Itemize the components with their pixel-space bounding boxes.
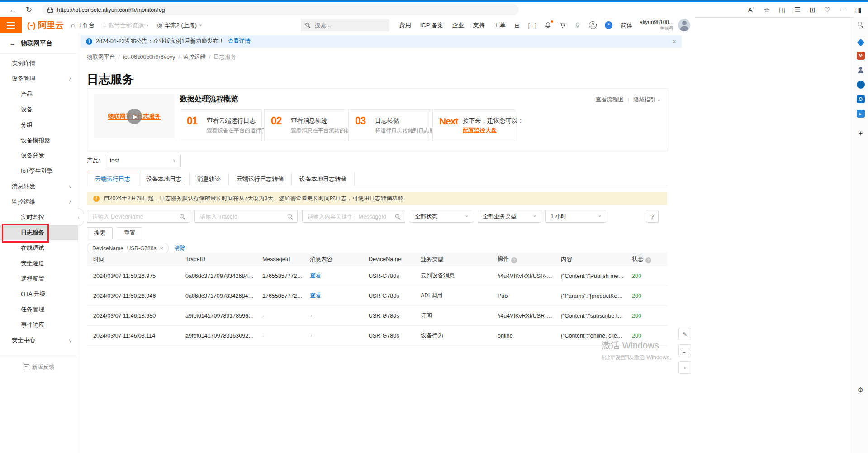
console-search[interactable] [301,19,389,31]
sidebar-panel-icon[interactable]: ◨ [855,6,862,13]
sidebar-item-在线调试[interactable]: 在线调试 [0,240,78,256]
copilot-icon[interactable]: ⊞ [810,6,816,13]
products-menu-button[interactable] [0,17,22,33]
sidebar-item-OTA 升级[interactable]: OTA 升级 [0,286,78,302]
more-icon[interactable]: ⋯ [840,6,846,13]
reset-button[interactable]: 重置 [117,227,142,239]
back-arrow-icon[interactable]: ← [9,39,16,48]
flow-step-01[interactable]: 01查看云端运行日志查看设备在平台的运行日志 [180,109,262,141]
clear-filters-link[interactable]: 清除 [174,244,185,252]
product-select[interactable]: test∨ [105,154,181,167]
edit-pencil-icon[interactable]: ✎ [678,328,691,340]
cell-消息内容[interactable]: 查看 [304,272,362,280]
region-select[interactable]: ◎ 华东2 (上海)∨ [157,21,202,29]
collections-icon[interactable]: ☰ [794,6,800,13]
community-icon[interactable]: * [605,21,612,29]
outlook-icon[interactable]: O [857,95,865,103]
split-screen-icon[interactable]: ◫ [779,6,785,13]
topnav-link-2[interactable]: 企业 [452,21,464,29]
search-icon[interactable] [180,214,186,220]
breadcrumb-item-1[interactable]: iot-06z00c0h9r6voyy [123,54,175,60]
sidebar-item-事件响应[interactable]: 事件响应 [0,317,78,333]
remove-tag-icon[interactable]: × [160,245,163,252]
feedback-button[interactable]: 新版反馈 [0,358,78,376]
video-thumbnail[interactable]: 物联网平台日志服务 ▶ [94,94,175,138]
tools-icon[interactable]: ⚒ [857,52,865,60]
lightbulb-icon[interactable] [574,22,581,29]
favorite-star-icon[interactable]: ☆ [764,6,770,13]
flow-diagram-link[interactable]: 查看流程图 [595,96,624,104]
share-icon[interactable]: ▸ [857,110,865,118]
sidebar-item-分组[interactable]: 分组 [0,117,78,133]
add-icon[interactable]: + [857,129,865,138]
help-icon[interactable]: ? [589,21,597,29]
filter-input-field-0[interactable] [91,210,179,223]
sidebar-item-设备分发[interactable]: 设备分发 [0,148,78,163]
tab-消息轨迹[interactable]: 消息轨迹 [190,172,229,186]
cell-消息内容[interactable]: 查看 [304,292,362,300]
tab-设备本地日志[interactable]: 设备本地日志 [138,172,190,186]
column-help-icon[interactable]: ? [511,257,517,263]
flow-step-03[interactable]: 03日志转储将运行日志转储到日志服务中 [348,109,430,141]
sidebar-item-安全中心[interactable]: 安全中心∨ [0,333,78,348]
topnav-link-3[interactable]: 支持 [473,21,485,29]
close-icon[interactable]: × [672,38,676,45]
expand-chevron-icon[interactable]: › [678,361,691,374]
sidebar-item-日志服务[interactable]: 日志服务 [0,225,78,240]
console-search-input[interactable] [314,22,375,29]
sidebar-item-远程配置[interactable]: 远程配置 [0,271,78,286]
breadcrumb-item-0[interactable]: 物联网平台 [87,54,115,60]
sidebar-item-产品[interactable]: 产品 [0,86,78,102]
feedback-chat-icon[interactable] [678,344,691,357]
microsoft365-icon[interactable] [857,81,865,89]
configure-dashboard-link[interactable]: 配置监控大盘 [463,127,497,134]
filter-select-2[interactable]: 1 小时∨ [545,210,606,223]
sidebar-item-安全隧道[interactable]: 安全隧道 [0,256,78,271]
tab-设备本地日志转储[interactable]: 设备本地日志转储 [292,172,355,186]
announcement-detail-link[interactable]: 查看详情 [228,38,250,45]
cart-icon[interactable] [560,22,566,29]
breadcrumb-item-2[interactable]: 监控运维 [183,54,206,60]
hide-guide-link[interactable]: 隐藏指引 ∧ [633,96,660,104]
search-button[interactable]: 搜索 [87,227,113,239]
sidebar-item-设备模拟器[interactable]: 设备模拟器 [0,133,78,148]
topnav-link-1[interactable]: ICP 备案 [420,21,443,29]
query-help-button[interactable]: ? [646,210,659,223]
topnav-link-0[interactable]: 费用 [399,21,411,29]
back-icon[interactable]: ← [9,6,17,14]
sidebar-search-icon[interactable] [857,21,865,29]
column-help-icon[interactable]: ? [645,257,651,263]
sidebar-item-设备管理[interactable]: 设备管理∧ [0,71,78,86]
sidebar-item-实时监控[interactable]: 实时监控 [0,210,78,225]
refresh-icon[interactable]: ↻ [26,6,32,14]
app-icon[interactable]: ⊞ [515,22,520,29]
flow-step-02[interactable]: 02查看消息轨迹查看消息在平台流转的轨迹 [264,109,346,141]
address-bar[interactable]: https://iot.console.aliyun.com/lk/monito… [42,4,519,15]
filter-select-0[interactable]: 全部状态∨ [410,210,473,223]
topnav-link-4[interactable]: 工单 [494,21,506,29]
search-icon[interactable] [395,214,401,220]
tab-云端运行日志转储[interactable]: 云端运行日志转储 [229,172,292,186]
cloudshell-icon[interactable]: ⌈_⌉ [528,22,537,29]
sidebar-item-监控运维[interactable]: 监控运维∧ [0,194,78,210]
sidebar-item-IoT孪生引擎[interactable]: IoT孪生引擎 [0,163,78,179]
workbench-link[interactable]: ⌂ 工作台 [71,21,95,29]
person-icon[interactable] [857,66,865,74]
notifications-bell-icon[interactable] [545,22,551,29]
read-aloud-icon[interactable]: Aʾ [748,6,755,13]
play-icon[interactable]: ▶ [127,109,142,124]
filter-select-1[interactable]: 全部业务类型∨ [478,210,541,223]
browser-essentials-icon[interactable]: ♡ [824,6,830,13]
sidebar-item-实例详情[interactable]: 实例详情 [0,56,78,71]
filter-input-field-1[interactable] [199,210,287,223]
sidebar-item-设备[interactable]: 设备 [0,102,78,117]
shopping-tag-icon[interactable] [857,39,864,47]
avatar[interactable] [678,19,690,31]
settings-gear-icon[interactable]: ⚙ [857,386,865,394]
account-info[interactable]: aliyun98108... 主账号 [640,19,674,32]
search-icon[interactable] [288,214,294,220]
sidebar-item-任务管理[interactable]: 任务管理 [0,302,78,317]
sidebar-item-消息转发[interactable]: 消息转发∨ [0,179,78,194]
filter-input-field-2[interactable] [307,210,394,223]
tab-云端运行日志[interactable]: 云端运行日志 [87,172,138,186]
